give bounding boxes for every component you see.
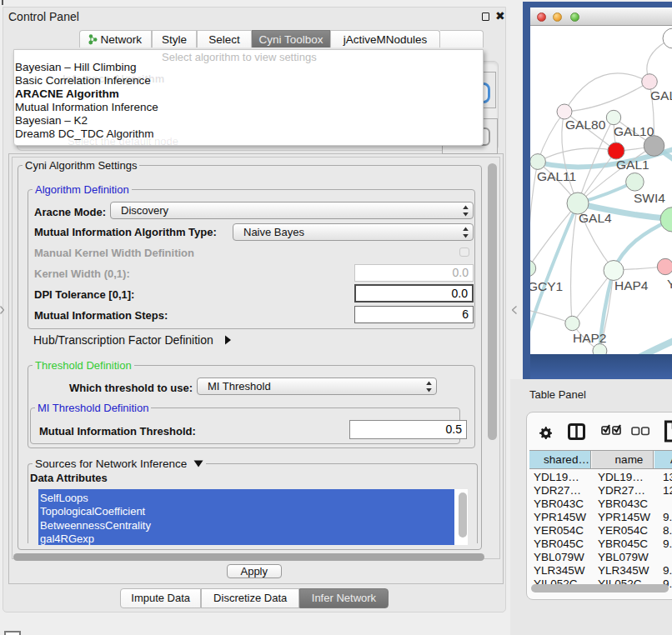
svg-text:GAL4: GAL4 (579, 211, 612, 225)
svg-text:GCY1: GCY1 (530, 279, 563, 293)
svg-text:SWI4: SWI4 (634, 191, 665, 205)
svg-text:GAL11: GAL11 (537, 169, 576, 183)
svg-text:GAL10: GAL10 (614, 124, 654, 138)
svg-text:GAL1: GAL1 (616, 158, 649, 172)
svg-text:Y: Y (667, 277, 672, 291)
svg-text:GAL7: GAL7 (650, 88, 672, 102)
svg-text:HAP4: HAP4 (614, 278, 649, 292)
svg-text:HAP2: HAP2 (573, 331, 607, 345)
svg-text:GAL80: GAL80 (565, 118, 606, 132)
